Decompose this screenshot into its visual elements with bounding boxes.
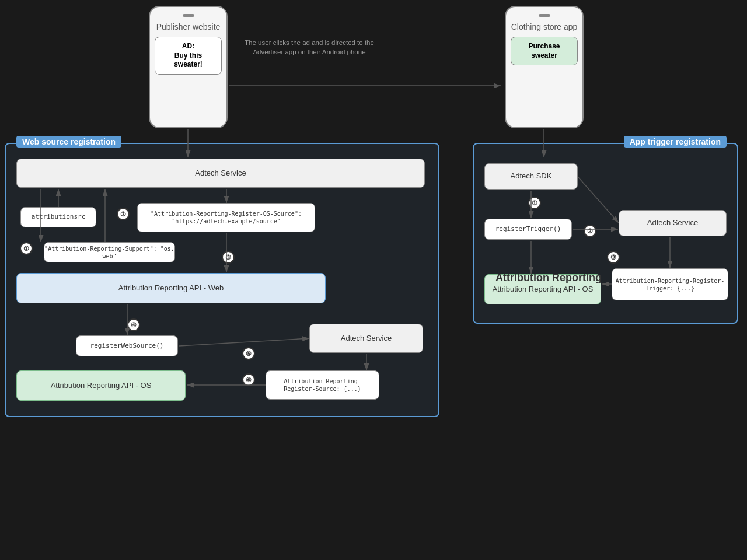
support-header-label: "Attribution-Reporting-Support": "os, we… [44, 245, 174, 260]
register-trigger-box: registerTrigger() [484, 219, 572, 240]
attributionsrc-box: attributionsrc [20, 207, 96, 228]
attr-api-web-label: Attribution Reporting API - Web [118, 284, 224, 293]
ad-line1: AD: [182, 42, 194, 50]
circle-4-left: ④ [127, 318, 140, 331]
support-header-box: "Attribution-Reporting-Support": "os, we… [44, 242, 175, 262]
purchase-button: Purchase sweater [511, 37, 578, 65]
circle-1-right: ① [528, 197, 541, 209]
right-adtech-service-label: Adtech Service [647, 218, 698, 228]
publisher-phone-title: Publisher website [156, 22, 221, 32]
web-source-label: Web source registration [16, 136, 121, 148]
circle-2-left: ② [117, 208, 130, 220]
register-source-label: Attribution-Reporting- Register-Source: … [284, 377, 361, 393]
attr-api-os-left: Attribution Reporting API - OS [16, 370, 186, 401]
register-source-box: Attribution-Reporting- Register-Source: … [266, 370, 379, 400]
circle-5-left: ⑤ [242, 347, 255, 360]
circle-1-left: ① [20, 242, 33, 255]
adtech-sdk-box: Adtech SDK [484, 163, 578, 190]
adtech-sdk-label: Adtech SDK [511, 172, 552, 181]
left-adtech-service-label: Adtech Service [195, 169, 246, 178]
attr-api-os-left-label: Attribution Reporting API - OS [51, 381, 152, 391]
register-web-source-label: registerWebSource() [90, 342, 164, 350]
os-source-header-label: "Attribution-Reporting-Register-OS-Sourc… [140, 210, 312, 225]
left-adtech-service: Adtech Service [16, 159, 425, 188]
os-source-header-box: "Attribution-Reporting-Register-OS-Sourc… [137, 203, 315, 232]
attribution-reporting-label: Attribution Reporting [479, 271, 619, 285]
clothing-phone-title: Clothing store app [511, 22, 578, 32]
register-trigger-code-box: Attribution-Reporting-Register- Trigger:… [612, 268, 728, 300]
attr-api-web-box: Attribution Reporting API - Web [16, 273, 326, 303]
diagram-area: Publisher website AD: Buy this sweater! … [0, 0, 747, 560]
clothing-phone: Clothing store app Purchase sweater [505, 6, 584, 128]
right-adtech-service: Adtech Service [619, 210, 727, 236]
phone-notch-clothing [539, 14, 550, 17]
adtech-service-bottom: Adtech Service [309, 324, 423, 353]
ad-line2: Buy this sweater! [174, 51, 203, 69]
circle-3-left: ③ [222, 251, 235, 264]
publisher-phone: Publisher website AD: Buy this sweater! [149, 6, 228, 128]
publisher-ad-button: AD: Buy this sweater! [155, 37, 222, 75]
phone-notch-publisher [183, 14, 194, 17]
adtech-service-bottom-label: Adtech Service [341, 334, 392, 344]
register-trigger-label: registerTrigger() [495, 225, 561, 233]
attr-api-os-right-label: Attribution Reporting API - OS [493, 285, 594, 295]
attributionsrc-label: attributionsrc [32, 213, 86, 221]
circle-6-left: ⑥ [242, 373, 255, 386]
app-trigger-label: App trigger registration [624, 136, 727, 148]
register-trigger-code-label: Attribution-Reporting-Register- Trigger:… [616, 277, 725, 292]
center-annotation: The user clicks the ad and is directed t… [233, 38, 385, 57]
register-web-source-box: registerWebSource() [76, 335, 178, 356]
circle-2-right: ② [584, 225, 596, 237]
circle-3-right: ③ [607, 251, 620, 264]
